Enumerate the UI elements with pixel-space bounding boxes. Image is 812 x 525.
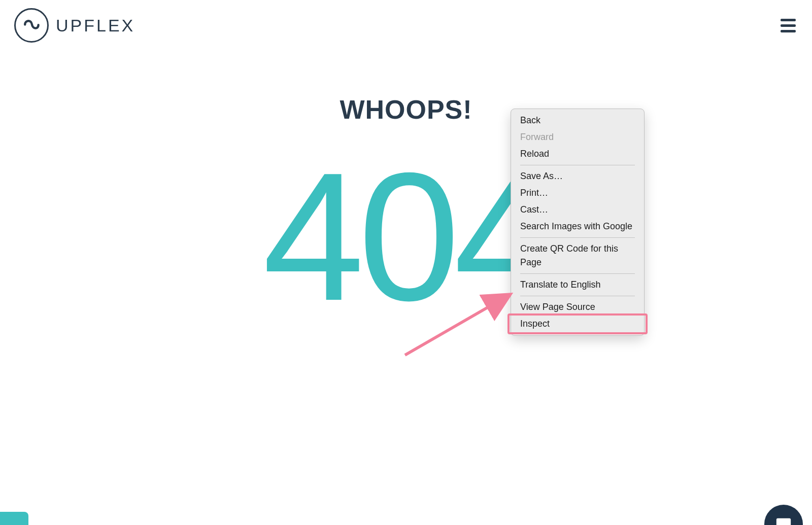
context-menu-item[interactable]: Inspect (511, 316, 644, 332)
context-menu-item[interactable]: Create QR Code for this Page (511, 240, 644, 271)
context-menu-separator (520, 296, 635, 296)
context-menu-separator (520, 165, 635, 165)
error-code: 404 (0, 145, 812, 328)
context-menu-separator (520, 237, 635, 238)
support-tab[interactable] (0, 512, 28, 525)
menu-icon[interactable] (779, 16, 798, 36)
browser-context-menu: BackForwardReloadSave As…Print…Cast…Sear… (511, 109, 645, 336)
context-menu-item[interactable]: Translate to English (511, 276, 644, 293)
context-menu-item[interactable]: Cast… (511, 201, 644, 218)
logo-mark-icon (14, 8, 49, 43)
context-menu-item[interactable]: Search Images with Google (511, 218, 644, 235)
chat-icon (775, 515, 792, 525)
context-menu-item: Forward (511, 129, 644, 146)
chat-launcher[interactable] (764, 505, 803, 525)
context-menu-item[interactable]: Reload (511, 146, 644, 162)
error-content: WHOOPS! 404 (0, 46, 812, 328)
context-menu-item[interactable]: Save As… (511, 168, 644, 185)
context-menu-item[interactable]: Print… (511, 185, 644, 201)
context-menu-item[interactable]: Back (511, 112, 644, 129)
context-menu-separator (520, 273, 635, 274)
brand-logo[interactable]: UPFLEX (14, 8, 135, 43)
context-menu-item[interactable]: View Page Source (511, 299, 644, 316)
page-header: UPFLEX (0, 0, 812, 46)
error-title: WHOOPS! (0, 94, 812, 125)
brand-name: UPFLEX (56, 16, 135, 36)
